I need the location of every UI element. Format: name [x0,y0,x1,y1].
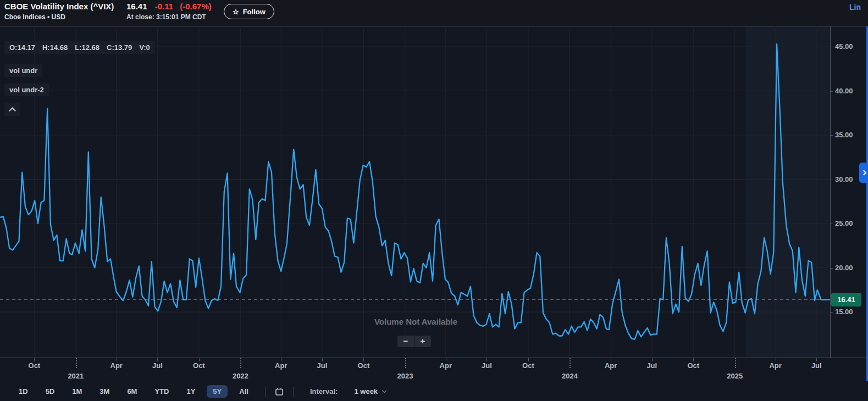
price-axis-label: 45.00 [835,42,853,51]
time-axis-label: 2023 [386,372,424,380]
ohlc-value: O:14.17 [9,43,35,52]
price-axis-label: 40.00 [835,87,853,95]
range-button-1y[interactable]: 1Y [180,385,201,398]
ohlc-readout: O:14.17H:14.68L:12.68C:13.79V:0 [4,41,155,54]
time-axis-label: Jul [467,361,506,370]
price-change-percent: (-0.67%) [180,2,212,11]
ohlc-value: C:13.79 [107,43,132,52]
collapse-legend-button[interactable] [4,103,20,116]
chevron-down-icon [382,388,386,393]
price-axis-label: 20.00 [835,264,853,272]
toolbar-divider [293,387,294,397]
last-price: 16.41 [126,2,147,11]
time-axis-year-tick [405,358,406,368]
ohlc-value: L:12.68 [75,43,99,52]
price-axis-tick [831,180,833,180]
page-title: CBOE Volatility Index (^VIX) [4,2,114,11]
range-button-5y[interactable]: 5Y [207,385,228,398]
price-axis-tick [831,224,833,224]
indicator-chip-label: vol undr [9,66,37,75]
ohlc-value: H:14.68 [42,43,68,52]
interval-value: 1 week [354,387,378,396]
time-axis-label: Jul [303,361,341,370]
time-axis-label: Oct [674,361,712,370]
time-axis-label: 2024 [550,372,589,380]
price-row: 16.41 -0.11 (-0.67%) [126,2,216,11]
quote-header: CBOE Volatility Index (^VIX) Cboe Indice… [0,0,868,26]
star-icon: ☆ [233,8,239,15]
range-button-all[interactable]: All [233,385,255,398]
price-axis-tick [831,91,833,92]
range-button-ytd[interactable]: YTD [148,385,175,398]
vix-chart-screen: CBOE Volatility Index (^VIX) Cboe Indice… [0,0,868,401]
indicator-chip-vol-undr-2[interactable]: vol undr-2 [4,83,49,96]
time-axis[interactable]: Oct2021AprJulOct2022AprJulOct2023AprJulO… [0,358,868,382]
interval-label: Interval: [310,387,338,396]
time-axis-label: Jul [797,361,836,370]
calendar-icon[interactable] [275,387,284,396]
chevron-right-icon [861,170,866,176]
price-change: -0.11 [155,2,173,11]
price-axis-label: 25.00 [835,219,853,227]
time-axis-label: Apr [262,361,300,370]
time-axis-label: Oct [509,361,548,370]
chevron-up-icon [9,107,16,114]
range-button-6m[interactable]: 6M [121,385,143,398]
time-axis-label: Oct [344,361,383,370]
time-axis-label: Apr [591,361,630,370]
time-axis-label: Jul [633,361,671,370]
indicator-chip-label: vol undr-2 [9,86,44,94]
time-axis-label: Apr [97,361,136,370]
price-axis-label: 35.00 [835,131,853,139]
ohlc-value: V:0 [139,43,150,52]
time-axis-label: Apr [427,361,465,370]
price-chart-plot[interactable] [0,26,830,358]
range-button-5d[interactable]: 5D [40,385,61,398]
time-axis-year-tick [570,358,571,368]
range-button-3m[interactable]: 3M [93,385,115,398]
price-axis[interactable]: 45.0040.0035.0030.0025.0020.0015.00 [830,26,868,358]
follow-button[interactable]: ☆ Follow [224,4,274,19]
price-axis-tick [831,268,833,269]
zoom-in-button[interactable]: + [414,336,431,347]
range-button-1d[interactable]: 1D [13,385,34,398]
at-close-timestamp: At close: 3:15:01 PM CDT [126,13,206,21]
price-axis-label: 30.00 [835,175,853,183]
price-axis-tick [831,312,833,313]
time-axis-label: 2021 [57,372,95,380]
zoom-controls: − + [397,336,431,347]
interval-dropdown[interactable]: 1 week [354,387,386,396]
chart-toolbar: 1D5D1M3M6MYTD1Y5YAll Interval: 1 week [0,382,868,401]
recent-highlight-band [745,26,830,358]
price-axis-tick [831,135,833,136]
exchange-currency-label: Cboe Indices • USD [4,13,65,21]
time-axis-label: Oct [180,361,218,370]
price-axis-label: 15.00 [835,308,853,316]
time-axis-year-tick [76,358,77,368]
time-axis-label: Oct [15,361,53,370]
follow-button-label: Follow [243,8,266,16]
time-axis-label: 2025 [716,372,754,380]
range-selector: 1D5D1M3M6MYTD1Y5YAll [10,385,257,398]
time-axis-label: Apr [756,361,795,370]
current-price-badge: 16.41 [831,293,861,307]
volume-unavailable-message: Volume Not Available [346,317,485,326]
range-button-1m[interactable]: 1M [66,385,88,398]
zoom-out-button[interactable]: − [397,336,414,347]
time-axis-year-tick [240,358,241,368]
time-axis-label: Jul [138,361,176,370]
chart-type-line-button[interactable]: Lin [849,3,861,12]
time-axis-year-tick [735,358,736,368]
price-axis-tick [831,47,833,47]
vix-price-line [0,44,830,339]
indicator-chip-vol-undr[interactable]: vol undr [4,64,42,77]
toolbar-divider [265,387,266,397]
time-axis-label: 2022 [221,372,259,380]
